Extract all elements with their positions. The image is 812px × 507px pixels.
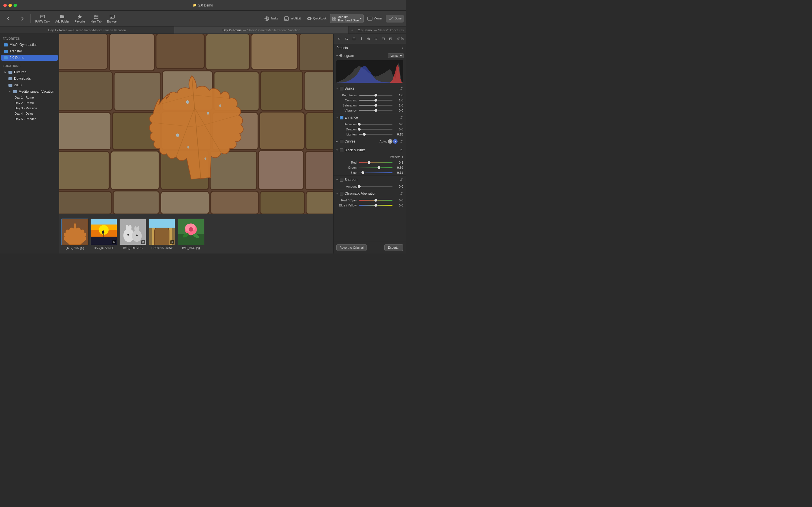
bw-blue-thumb[interactable] <box>361 171 364 174</box>
lighten-thumb[interactable] <box>363 133 366 136</box>
deepen-thumb[interactable] <box>358 128 361 131</box>
export-icon-btn[interactable]: ⎋ <box>336 36 343 42</box>
thumb-0[interactable] <box>61 219 88 245</box>
add-folder-button[interactable]: Add Folder <box>53 13 71 24</box>
sharpen-checkbox[interactable] <box>340 178 343 182</box>
thumb-3[interactable]: A <box>149 219 175 245</box>
ca-header[interactable]: ▼ Chromatic Aberration ↺ <box>334 189 406 198</box>
ca-checkbox[interactable] <box>340 192 343 195</box>
close-button[interactable] <box>3 4 7 7</box>
sidebar-item-day3-messina[interactable]: Day 3 - Messina <box>10 106 58 111</box>
curves-luma-btn[interactable]: ● <box>388 139 393 144</box>
tab-day2-rome[interactable]: Day 2 - Rome — /Users/Shared/Mediterrane… <box>174 26 349 34</box>
curves-rgb-btn[interactable]: ● <box>393 139 398 144</box>
new-tab-button[interactable]: New Tab <box>88 13 104 24</box>
viewer-button[interactable]: Viewer <box>365 15 385 22</box>
add-tab-button[interactable]: + <box>349 26 356 34</box>
thumb-1[interactable]: N <box>91 219 117 245</box>
sharpen-header[interactable]: ▼ Sharpen ↺ <box>334 175 406 184</box>
thumb-2[interactable]: R <box>119 219 146 245</box>
ca-red-cyan-track[interactable] <box>359 200 393 201</box>
saturation-thumb[interactable] <box>374 104 377 107</box>
favorite-button[interactable]: Favorite <box>72 13 87 24</box>
sidebar-item-miras-gymnastics[interactable]: Mira's Gymnastics <box>1 42 58 48</box>
info-edit-button[interactable]: Info/Edit <box>282 15 303 22</box>
forward-button[interactable] <box>16 15 28 22</box>
curves-reset[interactable]: ↺ <box>399 139 404 144</box>
ca-blue-yellow-track[interactable] <box>359 205 393 206</box>
sidebar-item-mediterranean-vacation[interactable]: ▼ Mediterranean Vacation <box>6 89 58 95</box>
vibrancy-track[interactable] <box>359 110 393 111</box>
sidebar-item-day5-rhodes[interactable]: Day 5 - Rhodes <box>10 116 58 121</box>
thumbnail-size-dropdown[interactable]: MediumThumbnail Size ▾ <box>330 14 364 23</box>
sidebar-item-2018[interactable]: 2018 <box>6 82 58 88</box>
revert-to-original-button[interactable]: Revert to Original <box>336 244 367 251</box>
browser-button[interactable]: Browser <box>105 13 120 24</box>
tasks-button[interactable]: Tasks <box>262 15 280 22</box>
sharpen-amount-thumb[interactable] <box>358 185 361 188</box>
bw-green-thumb[interactable] <box>377 166 380 169</box>
ca-blue-yellow-thumb[interactable] <box>374 204 377 207</box>
lighten-track[interactable] <box>359 134 393 135</box>
bw-red-track[interactable] <box>359 162 393 163</box>
image-viewer[interactable] <box>59 34 333 214</box>
actual-size-icon-btn[interactable]: ⊠ <box>387 36 394 42</box>
thumb-4[interactable] <box>177 219 204 245</box>
bw-red-thumb[interactable] <box>368 161 370 164</box>
brightness-thumb[interactable] <box>374 94 377 97</box>
minimize-button[interactable] <box>8 4 12 7</box>
histogram-triangle[interactable]: ▼ <box>336 54 339 57</box>
zoom-out-icon-btn[interactable]: ⊖ <box>372 36 379 42</box>
sidebar-item-pictures[interactable]: ▶ Pictures <box>1 69 58 75</box>
enhance-reset[interactable]: ↺ <box>399 115 404 120</box>
quicklook-button[interactable]: QuickLook <box>304 15 329 22</box>
basics-checkbox[interactable] <box>340 87 343 91</box>
done-button[interactable]: Done <box>386 15 404 22</box>
contrast-track[interactable] <box>359 100 393 101</box>
basics-reset[interactable]: ↺ <box>399 86 404 91</box>
bw-blue-track[interactable] <box>359 172 393 173</box>
thumb-item-2[interactable]: R IMG_1099.JPG <box>119 219 146 249</box>
info-icon-btn[interactable]: ℹ <box>358 36 364 42</box>
vibrancy-thumb[interactable] <box>374 109 377 112</box>
bw-presets-arrow[interactable]: › <box>402 155 403 159</box>
thumb-item-4[interactable]: IMG_9132.jpg <box>177 219 204 249</box>
tab-day1-rome[interactable]: Day 1 - Rome — /Users/Shared/Mediterrane… <box>0 26 174 34</box>
thumb-item-0[interactable]: _MG_7187.jpg <box>61 219 88 249</box>
basics-header[interactable]: ▼ Basics ↺ <box>334 84 406 93</box>
thumb-item-1[interactable]: N DSC_0322.NEF <box>91 219 117 249</box>
thumb-item-3[interactable]: A DSC01052.ARW <box>149 219 175 249</box>
definition-thumb[interactable] <box>358 123 361 126</box>
sidebar-item-day4-delos[interactable]: Day 4 - Delos <box>10 111 58 116</box>
histogram-mode-dropdown[interactable]: Luma RGB <box>388 53 404 58</box>
sidebar-item-transfer[interactable]: Transfer <box>1 48 58 54</box>
curves-header[interactable]: ▶ Curves Auto: ● ● ↺ <box>334 137 406 146</box>
compare-icon-btn[interactable]: ⇆ <box>343 36 350 42</box>
back-button[interactable] <box>2 15 15 22</box>
curves-checkbox[interactable] <box>340 140 343 144</box>
sidebar-item-20-demo[interactable]: 2.0 Demo <box>1 55 58 61</box>
raws-only-button[interactable]: RAWs Only <box>33 13 52 24</box>
ca-reset[interactable]: ↺ <box>399 191 404 196</box>
sharpen-amount-track[interactable] <box>359 186 393 187</box>
deepen-track[interactable] <box>359 129 393 130</box>
fit-icon-btn[interactable]: ⊟ <box>380 36 387 42</box>
zoom-in-icon-btn[interactable]: ⊕ <box>365 36 372 42</box>
sharpen-reset[interactable]: ↺ <box>399 177 404 182</box>
sidebar-item-downloads[interactable]: Downloads <box>6 75 58 82</box>
enhance-checkbox[interactable]: ✓ <box>340 116 343 119</box>
bw-checkbox[interactable] <box>340 149 343 152</box>
saturation-track[interactable] <box>359 105 393 106</box>
sidebar-item-day2-rome[interactable]: Day 2 - Rome <box>10 100 58 105</box>
maximize-button[interactable] <box>13 4 17 7</box>
definition-track[interactable] <box>359 124 393 125</box>
bw-reset[interactable]: ↺ <box>399 148 404 153</box>
black-white-header[interactable]: ▼ Black & White ↺ <box>334 146 406 154</box>
sidebar-item-day1-rome[interactable]: Day 1 - Rome <box>10 95 58 100</box>
ca-red-cyan-thumb[interactable] <box>374 199 377 202</box>
contrast-thumb[interactable] <box>374 99 377 102</box>
brightness-track[interactable] <box>359 95 393 96</box>
export-button[interactable]: Export... <box>384 244 403 251</box>
enhance-header[interactable]: ▼ ✓ Enhance ↺ <box>334 113 406 122</box>
bw-green-track[interactable] <box>359 167 393 168</box>
